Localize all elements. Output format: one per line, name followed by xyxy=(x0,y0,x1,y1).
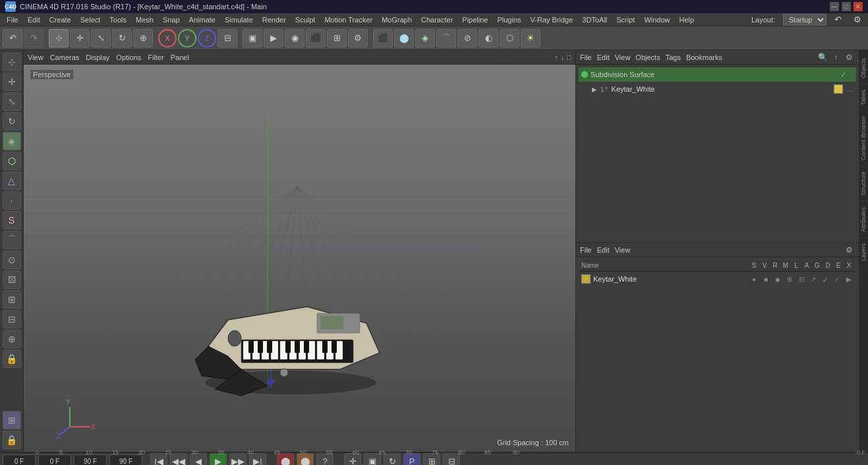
lt-lock2[interactable]: 🔒 xyxy=(3,431,21,449)
rvtab-layers[interactable]: Layers xyxy=(859,238,868,267)
keytar-obj-row[interactable]: ▶ L⁰ Keytar_White … xyxy=(579,82,856,96)
keytar-color-swatch[interactable] xyxy=(834,84,843,94)
lt-material[interactable]: ⊞ xyxy=(3,411,21,429)
nurbs-btn[interactable]: ◈ xyxy=(415,29,435,47)
obj-menu-view[interactable]: View xyxy=(615,53,631,61)
vp-menu-filter[interactable]: Filter xyxy=(148,53,163,61)
menu-tools[interactable]: Tools xyxy=(105,15,130,25)
obj-menu-objects[interactable]: Objects xyxy=(635,53,660,61)
select-tool-btn[interactable]: ⊹ xyxy=(49,29,69,47)
menu-mograph[interactable]: MoGraph xyxy=(378,15,416,25)
obj-search-icon[interactable]: 🔍 xyxy=(817,51,828,63)
menu-pipeline[interactable]: Pipeline xyxy=(458,15,492,25)
mat-row-keytar[interactable]: Keytar_White ● ■ ◆ ⊞ ⊟ ↗ ↙ ✓ ▶ xyxy=(579,272,856,286)
rotate-tool-btn[interactable]: ↻ xyxy=(112,29,132,47)
render-full-btn[interactable]: ⬛ xyxy=(306,29,326,47)
menu-3dtoall[interactable]: 3DToAll xyxy=(578,15,611,25)
menu-script[interactable]: Script xyxy=(612,15,639,25)
lt-loop[interactable]: ⊞ xyxy=(3,290,21,309)
viewport[interactable]: Perspective xyxy=(24,65,575,452)
rvtab-takes[interactable]: Takes xyxy=(859,84,868,111)
spline-btn[interactable]: ⌒ xyxy=(436,29,456,47)
obj-menu-edit[interactable]: Edit xyxy=(597,53,610,61)
vp-menu-view[interactable]: View xyxy=(28,53,43,61)
subdivision-surface-row[interactable]: Subdivision Surface ✓ xyxy=(579,67,856,82)
obj-expand-icon[interactable]: ↑ xyxy=(830,51,842,63)
obj-menu-bookmarks[interactable]: Bookmarks xyxy=(686,53,722,61)
undo-btn[interactable]: ↶ xyxy=(3,29,22,47)
lt-knife[interactable]: ⚄ xyxy=(3,270,21,289)
lt-symmetry[interactable]: ⊕ xyxy=(3,330,21,348)
render-settings-btn[interactable]: ⚙ xyxy=(348,29,368,47)
menu-edit[interactable]: Edit xyxy=(24,15,44,25)
axis-x-btn[interactable]: X xyxy=(158,29,177,47)
mat-settings-icon[interactable]: ⚙ xyxy=(843,244,855,256)
lt-edges[interactable]: △ xyxy=(3,171,21,190)
rvtab-objects[interactable]: Objects xyxy=(859,53,868,84)
light-btn[interactable]: ☀ xyxy=(521,29,540,47)
axis-y-btn[interactable]: Y xyxy=(178,29,196,47)
current-frame-input[interactable] xyxy=(3,454,36,465)
menu-icon-2[interactable]: ⚙ xyxy=(850,13,865,26)
render-preview-btn[interactable]: ▶ xyxy=(264,29,283,47)
minimize-btn[interactable]: — xyxy=(830,2,839,11)
camera-btn[interactable]: ⬡ xyxy=(500,29,519,47)
menu-motion-tracker[interactable]: Motion Tracker xyxy=(320,15,376,25)
lt-brush[interactable]: ⌒ xyxy=(3,231,21,249)
vp-menu-display[interactable]: Display xyxy=(86,53,109,61)
lt-lock[interactable]: 🔒 xyxy=(3,350,21,368)
rvtab-structure[interactable]: Structure xyxy=(859,166,868,202)
cube-btn[interactable]: ⬛ xyxy=(373,29,393,47)
start-frame-input[interactable] xyxy=(38,454,71,465)
menu-vray[interactable]: V-Ray Bridge xyxy=(527,15,577,25)
move-tool-btn[interactable]: ✛ xyxy=(70,29,90,47)
render-active-btn[interactable]: ◉ xyxy=(285,29,304,47)
layout-selector[interactable]: Startup xyxy=(783,14,826,26)
menu-character[interactable]: Character xyxy=(417,15,457,25)
vp-icon-down[interactable]: ↓ xyxy=(561,53,565,61)
menu-icon-1[interactable]: ↶ xyxy=(830,13,846,26)
keyframe-prev-btn[interactable]: ◀◀ xyxy=(170,453,187,465)
redo-btn[interactable]: ↷ xyxy=(24,29,43,47)
obj-menu-file[interactable]: File xyxy=(580,53,592,61)
lt-select-obj[interactable]: ◈ xyxy=(3,132,21,150)
lt-paint[interactable]: ⊙ xyxy=(3,251,21,269)
mat-menu-view[interactable]: View xyxy=(615,246,631,254)
menu-help[interactable]: Help xyxy=(676,15,699,25)
vp-icon-maximize[interactable]: □ xyxy=(567,53,571,61)
lt-grid[interactable]: ⊟ xyxy=(3,310,21,328)
rvtab-attributes[interactable]: Attributes xyxy=(859,202,868,238)
obj-settings-icon[interactable]: ⚙ xyxy=(843,51,855,63)
vp-icon-move[interactable]: ↑ xyxy=(554,53,558,61)
maximize-btn[interactable]: □ xyxy=(842,2,851,11)
axis-all-btn[interactable]: ⊟ xyxy=(217,29,237,47)
transform-tool-btn[interactable]: ⊕ xyxy=(133,29,153,47)
lt-polys[interactable]: ⬡ xyxy=(3,152,21,170)
render-region-btn[interactable]: ▣ xyxy=(243,29,262,47)
axis-z-btn[interactable]: Z xyxy=(198,29,216,47)
keyframe-fwd-btn[interactable]: ▶▶ xyxy=(229,453,246,465)
deformer-btn[interactable]: ⊘ xyxy=(457,29,477,47)
menu-sculpt[interactable]: Sculpt xyxy=(291,15,320,25)
menu-animate[interactable]: Animate xyxy=(185,15,219,25)
rvtab-content[interactable]: Content Browser xyxy=(859,111,868,166)
menu-file[interactable]: File xyxy=(3,15,22,25)
field-btn[interactable]: ◐ xyxy=(478,29,498,47)
mat-menu-file[interactable]: File xyxy=(580,246,592,254)
menu-create[interactable]: Create xyxy=(45,15,75,25)
loop-btn[interactable]: ↻ xyxy=(384,453,401,465)
menu-window[interactable]: Window xyxy=(640,15,674,25)
vp-menu-cameras[interactable]: Cameras xyxy=(50,53,80,61)
lt-cursor[interactable]: ⊹ xyxy=(3,53,21,71)
lt-rotate[interactable]: ↻ xyxy=(3,112,21,131)
render-batch-btn[interactable]: ⊞ xyxy=(327,29,347,47)
mat-menu-edit[interactable]: Edit xyxy=(597,246,610,254)
lt-move[interactable]: ✛ xyxy=(3,73,21,91)
menu-mesh[interactable]: Mesh xyxy=(132,15,158,25)
sphere-btn[interactable]: ⬤ xyxy=(394,29,414,47)
vp-menu-panel[interactable]: Panel xyxy=(171,53,189,61)
lt-scale[interactable]: ⤡ xyxy=(3,92,21,111)
menu-render[interactable]: Render xyxy=(258,15,290,25)
close-btn[interactable]: ✕ xyxy=(854,2,863,11)
lt-points[interactable]: · xyxy=(3,191,21,210)
